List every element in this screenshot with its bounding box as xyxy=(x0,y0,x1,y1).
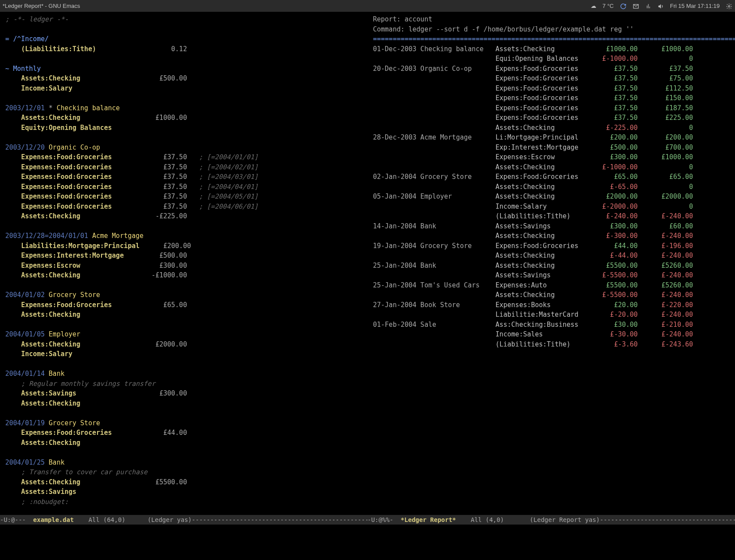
tx-header: 2004/01/14 Bank xyxy=(5,369,362,379)
ledger-report-pane[interactable]: Report: accountCommand: ledger --sort d … xyxy=(368,12,735,515)
tx-post: Assets:Checking xyxy=(5,438,362,448)
report-row: 27-Jan-2004 Book Store Expenses:Books £2… xyxy=(373,300,730,310)
tx-post: Assets:Savings xyxy=(5,487,362,497)
report-row: Assets:Checking £-5500.00 £-240.00 xyxy=(373,290,730,300)
tx-post: Assets:Checking -£1000.00 xyxy=(5,270,362,280)
titlebar: *Ledger Report* - GNU Emacs ☁ 7 °C Fri 1… xyxy=(0,0,735,12)
report-row: 14-Jan-2004 Bank Assets:Savings £300.00 … xyxy=(373,221,730,231)
report-row: 05-Jan-2004 Employer Assets:Checking £20… xyxy=(373,192,730,202)
report-command: Command: ledger --sort d -f /home/borbus… xyxy=(373,24,730,35)
report-row: 25-Jan-2004 Bank Assets:Checking £5500.0… xyxy=(373,261,730,271)
report-row: Assets:Checking £-1000.00 0 xyxy=(373,162,730,172)
tx-header: 2004/01/02 Grocery Store xyxy=(5,290,362,300)
tx-header: 2003/12/20 Organic Co-op xyxy=(5,143,362,153)
report-row: Assets:Checking £-44.00 £-240.00 xyxy=(373,251,730,261)
periodic-post: Income:Salary xyxy=(5,84,362,94)
tx-header: 2003/12/28=2004/01/01 Acme Mortgage xyxy=(5,231,362,241)
report-row: 02-Jan-2004 Grocery Store Expens:Food:Gr… xyxy=(373,172,730,182)
report-row: Equi:Opening Balances £-1000.00 0 xyxy=(373,54,730,64)
tx-post: Assets:Checking £2000.00 xyxy=(5,340,362,350)
auto-post: (Liabilities:Tithe) 0.12 xyxy=(5,44,362,54)
tx-post: Expenses:Escrow £300.00 xyxy=(5,261,362,271)
tx-post: Assets:Checking £1000.00 xyxy=(5,113,362,123)
report-row: Expens:Food:Groceries £37.50 £75.00 xyxy=(373,74,730,84)
tx-post: Expenses:Food:Groceries £37.50 ; [=2004/… xyxy=(5,192,362,202)
volume-icon[interactable] xyxy=(658,2,664,10)
tx-post: Expenses:Interest:Mortgage £500.00 xyxy=(5,251,362,261)
report-row: 20-Dec-2003 Organic Co-op Expens:Food:Gr… xyxy=(373,64,730,74)
modeline-right: -U:@%%- *Ledger Report* All (4,0) (Ledge… xyxy=(368,515,735,525)
report-row: 25-Jan-2004 Tom's Used Cars Expenses:Aut… xyxy=(373,280,730,290)
tx-post: Expenses:Food:Groceries £37.50 ; [=2004/… xyxy=(5,162,362,172)
periodic-header: ~ Monthly xyxy=(5,64,362,74)
tx-post: Assets:Checking xyxy=(5,399,362,409)
report-row: Expens:Food:Groceries £37.50 £187.50 xyxy=(373,103,730,113)
report-row: 01-Dec-2003 Checking balance Assets:Chec… xyxy=(373,44,730,54)
modeline-left: -U:@--- example.dat All (64,0) (Ledger y… xyxy=(0,515,368,525)
tx-note: ; Regular monthly savings transfer xyxy=(5,379,362,389)
report-row: Income:Salary £-2000.00 0 xyxy=(373,202,730,212)
report-row: (Liabilities:Tithe) £-3.60 £-243.60 xyxy=(373,340,730,350)
report-row: Income:Sales £-30.00 £-240.00 xyxy=(373,329,730,340)
system-tray: ☁ 7 °C Fri 15 Mar 17:11:19 xyxy=(591,2,732,10)
settings-icon[interactable] xyxy=(726,2,732,10)
report-row: Expens:Food:Groceries £37.50 £112.50 xyxy=(373,84,730,94)
window-title: *Ledger Report* - GNU Emacs xyxy=(3,2,80,10)
tx-note: ; :nobudget: xyxy=(5,497,362,507)
ledger-source-pane[interactable]: ; -*- ledger -*- = /^Income/ (Liabilitie… xyxy=(0,12,368,515)
report-row: Assets:Checking £-225.00 0 xyxy=(373,123,730,133)
report-row: Expens:Food:Groceries £37.50 £225.00 xyxy=(373,113,730,123)
tx-post: Expenses:Food:Groceries £37.50 ; [=2004/… xyxy=(5,172,362,182)
tx-post: Assets:Checking £5500.00 xyxy=(5,477,362,487)
report-row: Assets:Checking £-300.00 £-240.00 xyxy=(373,231,730,241)
report-row: Assets:Savings £-5500.00 £-240.00 xyxy=(373,270,730,280)
file-local-var-comment: ; -*- ledger -*- xyxy=(5,14,362,24)
modeline: -U:@--- example.dat All (64,0) (Ledger y… xyxy=(0,515,735,525)
tx-post: Assets:Savings £300.00 xyxy=(5,388,362,399)
tx-header: 2004/01/25 Bank xyxy=(5,458,362,468)
tx-post: Assets:Checking -£225.00 xyxy=(5,211,362,221)
tx-post: Expenses:Food:Groceries £37.50 ; [=2004/… xyxy=(5,182,362,192)
report-name: Report: account xyxy=(373,14,730,24)
weather-icon: ☁ xyxy=(591,2,596,10)
report-row: Liabilitie:MasterCard £-20.00 £-240.00 xyxy=(373,310,730,320)
report-rule: ========================================… xyxy=(373,34,730,44)
report-row: Assets:Checking £-65.00 0 xyxy=(373,182,730,192)
tx-post: Liabilities:Mortgage:Principal £200.00 xyxy=(5,241,362,251)
tx-post: Expenses:Food:Groceries £37.50 ; [=2004/… xyxy=(5,152,362,162)
report-row: 19-Jan-2004 Grocery Store Expens:Food:Gr… xyxy=(373,241,730,251)
report-row: Exp:Interest:Mortgage £500.00 £700.00 xyxy=(373,143,730,153)
mail-icon[interactable] xyxy=(633,2,639,10)
tx-note: ; Transfer to cover car purchase xyxy=(5,467,362,477)
svg-point-1 xyxy=(728,5,730,7)
tx-post: Expenses:Food:Groceries £44.00 xyxy=(5,428,362,438)
report-row: Expens:Food:Groceries £37.50 £150.00 xyxy=(373,93,730,103)
report-row: (Liabilities:Tithe) £-240.00 £-240.00 xyxy=(373,211,730,221)
report-row: 01-Feb-2004 Sale Ass:Checking:Business £… xyxy=(373,320,730,330)
refresh-icon[interactable] xyxy=(620,2,626,10)
tx-post: Expenses:Food:Groceries £37.50 ; [=2004/… xyxy=(5,202,362,212)
tx-header: 2004/01/19 Grocery Store xyxy=(5,418,362,428)
tx-post: Expenses:Food:Groceries £65.00 xyxy=(5,300,362,310)
periodic-post: Assets:Checking £500.00 xyxy=(5,74,362,84)
network-icon[interactable] xyxy=(645,2,651,10)
clock: Fri 15 Mar 17:11:19 xyxy=(670,2,720,10)
report-row: Expenses:Escrow £300.00 £1000.00 xyxy=(373,152,730,162)
report-row: 28-Dec-2003 Acme Mortgage Li:Mortgage:Pr… xyxy=(373,133,730,143)
tx-post: Equity:Opening Balances xyxy=(5,123,362,133)
tx-post: Assets:Checking xyxy=(5,310,362,320)
tx-post: Income:Salary xyxy=(5,349,362,359)
tx-header: 2004/01/05 Employer xyxy=(5,329,362,340)
weather-text: 7 °C xyxy=(602,2,613,10)
tx-header: 2003/12/01 * Checking balance xyxy=(5,103,362,113)
auto-rule: = /^Income/ xyxy=(5,34,362,44)
